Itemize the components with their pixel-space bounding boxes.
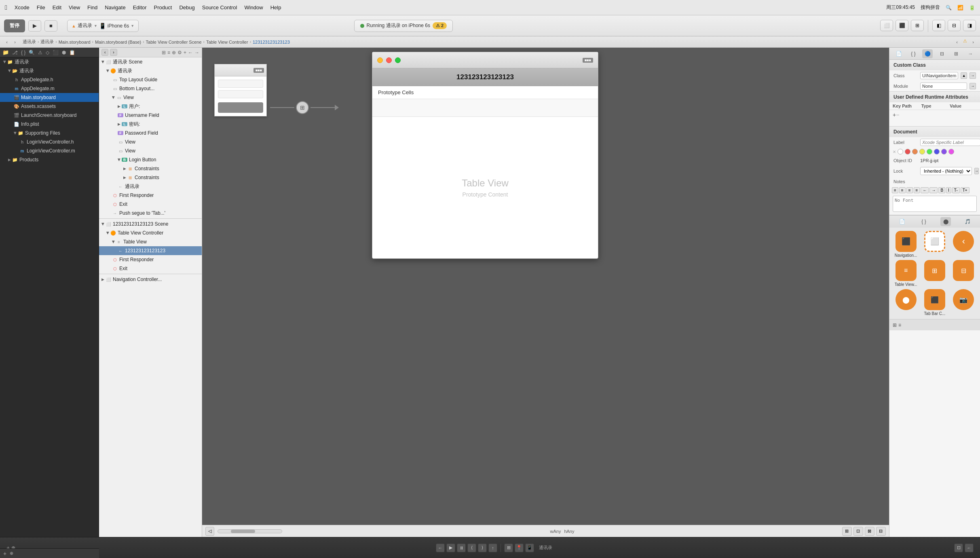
canvas-scroll[interactable]: ■■■ ⊞	[202, 48, 889, 525]
scene-item-first-responder[interactable]: ⬡ First Responder	[99, 191, 202, 200]
canvas-btn-pause[interactable]: ⏸	[457, 543, 466, 552]
notes-btn-align-left[interactable]: ≡	[892, 187, 898, 193]
notes-btn-font-size-up[interactable]: T+	[961, 187, 969, 193]
scene-item-view-1[interactable]: ▶ ▭ View	[99, 93, 202, 102]
nav-report-icon[interactable]: 📋	[69, 50, 75, 55]
inspector-btn-1[interactable]: ⊡	[954, 543, 963, 552]
nav-symbol-icon[interactable]: { }	[21, 50, 25, 55]
scene-item-user-label[interactable]: ▶ L 用户:	[99, 102, 202, 111]
window-dot-yellow[interactable]	[377, 57, 383, 63]
nav-item-main-storyboard[interactable]: 🎬 Main.storyboard	[0, 93, 99, 102]
scene-item-bottom-layout[interactable]: ▭ Bottom Layout...	[99, 84, 202, 93]
color-chip-white[interactable]	[898, 149, 903, 154]
window-dot-red[interactable]	[386, 57, 392, 63]
notes-btn-font-size-down[interactable]: T-	[952, 187, 960, 193]
menu-battery-icon[interactable]: 🔋	[969, 5, 975, 11]
obj-lib-tab-file[interactable]: 📄	[897, 217, 907, 226]
obj-lib-item-nav[interactable]: ⬛ Navigation...	[893, 231, 919, 258]
notes-btn-indent-less[interactable]: ←	[921, 187, 929, 193]
nav-item-loginvc-m[interactable]: m LoginViewController.m	[0, 146, 99, 155]
scene-item-tableview[interactable]: ▶ ≡ Table View	[99, 237, 202, 246]
nav-vcs-icon[interactable]: ⎇	[12, 50, 18, 55]
breadcrumb-item-2[interactable]: Main.storyboard	[59, 40, 91, 44]
scene-item-navcontroller[interactable]: ▶ ⬜ Navigation Controller...	[99, 275, 202, 284]
breadcrumb-item-4[interactable]: Table View Controller Scene	[146, 40, 202, 44]
inspector-tab-attributes[interactable]: ⊟	[937, 49, 947, 58]
pause-button[interactable]: 暂停	[4, 19, 25, 32]
inspector-module-value[interactable]: None	[920, 82, 967, 90]
inspector-tab-file[interactable]: 📄	[894, 49, 904, 58]
notes-btn-italic[interactable]: I	[946, 187, 951, 193]
debug-toggle[interactable]: ⊟	[948, 20, 961, 31]
navigator-toggle[interactable]: ◧	[932, 20, 945, 31]
obj-lib-item-outline[interactable]: ⬜	[921, 231, 948, 258]
notes-btn-indent-more[interactable]: →	[929, 187, 938, 193]
menu-debug[interactable]: Debug	[179, 4, 194, 11]
inspector-class-value[interactable]: UINavigationItem	[920, 72, 958, 79]
runtime-remove-button[interactable]: −	[896, 112, 899, 118]
scene-item-top-layout[interactable]: ▭ Top Layout Guide	[99, 75, 202, 84]
scene-item-123-cell[interactable]: ← 123123123123123	[99, 246, 202, 255]
menu-product[interactable]: Product	[154, 4, 172, 11]
nav-item-assets[interactable]: 🎨 Assets.xcassets	[0, 102, 99, 111]
menu-view[interactable]: View	[69, 4, 80, 11]
scene-item-view-3[interactable]: ▭ View	[99, 146, 202, 155]
nav-debug-icon[interactable]: ⬛	[53, 50, 59, 55]
menu-editor[interactable]: Editor	[133, 4, 147, 11]
scene-item-exit[interactable]: ⬡ Exit	[99, 200, 202, 209]
inspector-tab-size[interactable]: ⊞	[951, 49, 961, 58]
inspector-notes-textarea[interactable]	[893, 196, 977, 212]
color-chip-green[interactable]	[927, 149, 932, 154]
nav-warning-icon[interactable]: ⚠	[38, 50, 42, 55]
segue-circle[interactable]: ⊞	[296, 101, 309, 114]
breadcrumb-item-0[interactable]: 通讯录	[23, 39, 36, 45]
color-chip-purple[interactable]	[941, 149, 947, 154]
canvas-btn-step-out[interactable]: ↑	[488, 543, 497, 552]
scene-item-view-2[interactable]: ▭ View	[99, 137, 202, 146]
menu-search-icon[interactable]: 🔍	[946, 5, 952, 11]
canvas-fit-button[interactable]: ⊞	[842, 527, 852, 536]
obj-lib-item-split[interactable]: ⊟	[950, 260, 977, 287]
color-x-btn[interactable]: ✕	[893, 150, 896, 154]
runtime-add-button[interactable]: +	[893, 112, 896, 118]
breadcrumb-forward[interactable]: ›	[11, 38, 19, 46]
scene-item-tongxunlu-link[interactable]: ← 通讯录	[99, 182, 202, 191]
obj-lib-item-back[interactable]: ‹	[950, 231, 977, 258]
obj-lib-item-tabbar[interactable]: ⬛ Tab Bar C...	[921, 289, 948, 316]
nav-folder-icon[interactable]: 📁	[2, 49, 9, 55]
stop-button[interactable]: ■	[44, 20, 57, 32]
nav-item-appdelegate-h[interactable]: h AppDelegate.h	[0, 75, 99, 84]
scene-nav-icon-grid[interactable]: ⊞	[162, 50, 166, 55]
canvas-btn-simulate[interactable]: 📱	[525, 543, 534, 552]
canvas-zoom-out[interactable]: ◁	[205, 527, 214, 536]
scene-item-push-segue[interactable]: → Push segue to 'Tab...'	[99, 209, 202, 218]
inspector-lock-select[interactable]: Inherited - (Nothing)	[920, 167, 972, 175]
inspector-toggle[interactable]: ◨	[963, 20, 976, 31]
notes-btn-bold[interactable]: B	[938, 187, 945, 193]
breadcrumb-item-3[interactable]: Main.storyboard (Base)	[95, 40, 141, 44]
scene-item-constraints-2[interactable]: ▶ ⊞ Constraints	[99, 173, 202, 182]
obj-lib-item-grid[interactable]: ⊞	[921, 260, 948, 287]
scene-item-constraints-1[interactable]: ▶ ⊞ Constraints	[99, 164, 202, 173]
color-chip-red[interactable]	[905, 149, 910, 154]
breadcrumb-item-6[interactable]: 123123123123123	[253, 40, 290, 44]
menu-ime[interactable]: 搜狗拼音	[921, 4, 940, 11]
assistant-editor-button[interactable]: ⬛	[896, 20, 908, 31]
scene-item-first-responder-2[interactable]: ⬡ First Responder	[99, 255, 202, 264]
menu-edit[interactable]: Edit	[53, 4, 61, 11]
canvas-refresh-button[interactable]: ⊟	[876, 527, 886, 536]
canvas-btn-step-in[interactable]: ⟩	[478, 543, 487, 552]
scene-item-tongxunlu[interactable]: ▶ 🟠 通讯录	[99, 66, 202, 75]
scene-item-tablevc[interactable]: ▶ 🟠 Table View Controller	[99, 228, 202, 237]
breadcrumb-issues-forward[interactable]: ›	[969, 38, 977, 46]
menu-help[interactable]: Help	[270, 4, 281, 11]
breadcrumb-item-5[interactable]: Table View Controller	[206, 40, 248, 44]
menu-file[interactable]: File	[37, 4, 45, 11]
scene-nav-icon-gear[interactable]: ⚙	[177, 50, 182, 55]
scene-nav-icon-forward[interactable]: →	[194, 50, 199, 55]
obj-lib-bottom-grid-icon[interactable]: ⊞	[893, 322, 897, 328]
scene-nav-icon-back[interactable]: ←	[188, 50, 193, 55]
nav-item-info-plist[interactable]: 📄 Info.plist	[0, 120, 99, 129]
play-button[interactable]: ▶	[28, 20, 41, 32]
canvas-btn-step-back[interactable]: ⟨	[467, 543, 476, 552]
